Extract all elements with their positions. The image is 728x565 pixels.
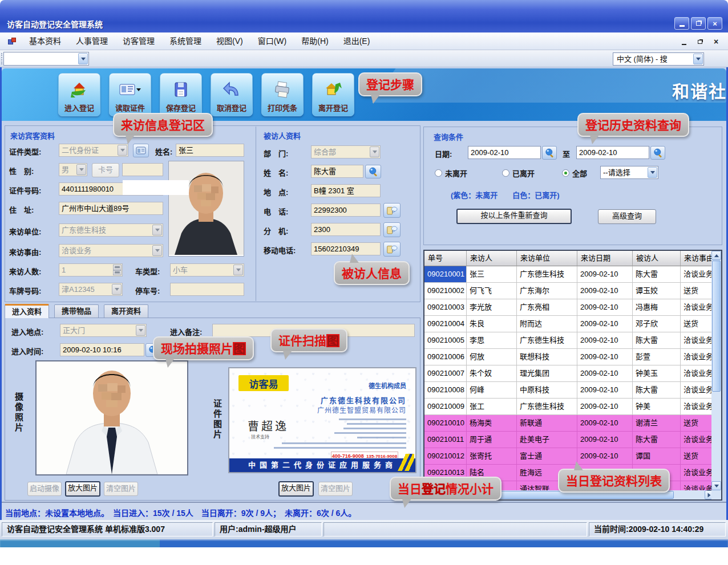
column-header[interactable]: 单号 bbox=[424, 251, 467, 266]
read-id-card-button[interactable]: 读取证件 bbox=[109, 73, 151, 116]
menu-item[interactable]: 窗口(W) bbox=[250, 32, 294, 50]
minimize-button[interactable] bbox=[674, 17, 689, 30]
chevron-down-icon[interactable] bbox=[648, 167, 657, 178]
column-header[interactable]: 被访人 bbox=[633, 251, 681, 266]
table-row[interactable]: 090210012张寄托富士通2009-02-10谭国送货 bbox=[424, 448, 714, 465]
zoom-photo-button[interactable]: 放大图片 bbox=[65, 481, 100, 497]
date-to-picker-button[interactable] bbox=[650, 146, 665, 160]
table-row[interactable]: 090210003李光放广东亮相2009-02-10冯惠梅洽谈业务 bbox=[424, 299, 714, 316]
chevron-down-icon[interactable] bbox=[152, 225, 162, 235]
table-row[interactable]: 090210004朱良附而达2009-02-10邓子欣送货 bbox=[424, 316, 714, 332]
column-header[interactable]: 来访单位 bbox=[517, 251, 577, 266]
chevron-down-icon[interactable] bbox=[233, 265, 243, 275]
card-no-input[interactable] bbox=[122, 163, 163, 176]
advanced-query-button[interactable]: 高级查询 bbox=[598, 209, 656, 224]
table-row[interactable]: 090210011周于通赴美电子2009-02-10陈大雷洽谈业务 bbox=[424, 432, 714, 448]
chevron-down-icon[interactable] bbox=[370, 147, 379, 157]
table-row[interactable]: 090210002何飞飞广东海尔2009-02-10谭玉姣送货 bbox=[424, 283, 714, 299]
close-button[interactable]: × bbox=[707, 17, 722, 30]
id-card-reader-button[interactable] bbox=[133, 144, 149, 157]
menu-item[interactable]: 访客管理 bbox=[115, 32, 162, 50]
table-row[interactable]: 090210009张工广东德生科技2009-02-10钟美洽谈业务 bbox=[424, 399, 714, 415]
unit-combo[interactable]: 广东德生科技 bbox=[59, 223, 163, 237]
mobile-input[interactable]: 15602210349 bbox=[311, 242, 381, 255]
phone-input[interactable]: 22992300 bbox=[311, 204, 381, 217]
radio-left[interactable]: 已离开 bbox=[502, 168, 535, 178]
visitor-name-input[interactable]: 张三 bbox=[176, 144, 244, 157]
date-to-input[interactable]: 2009-02-10 bbox=[576, 146, 649, 159]
search-person-button[interactable] bbox=[365, 165, 381, 178]
count-spinner[interactable]: 1 bbox=[59, 263, 123, 277]
language-bar[interactable]: 中文 (简体) - 搜 bbox=[613, 52, 704, 66]
clear-card-button[interactable]: 清空图片 bbox=[318, 482, 353, 496]
menu-item[interactable]: 系统管理 bbox=[162, 32, 209, 50]
restore-button[interactable] bbox=[691, 17, 706, 30]
call-ext-button[interactable] bbox=[383, 222, 401, 237]
chevron-down-icon[interactable] bbox=[693, 54, 703, 64]
dept-combo[interactable]: 综合部 bbox=[311, 145, 381, 158]
clear-photo-button[interactable]: 清空图片 bbox=[104, 482, 138, 496]
radio-all[interactable]: 全部 bbox=[562, 168, 587, 178]
toolbar-grip[interactable] bbox=[1, 53, 3, 64]
table-row[interactable]: 090210007朱个奴理光集团2009-02-10钟美玉洽谈业务 bbox=[424, 365, 714, 382]
chevron-down-icon[interactable] bbox=[118, 145, 127, 156]
visited-name-input[interactable]: 陈大雷 bbox=[311, 165, 363, 178]
scroll-up-icon[interactable] bbox=[711, 251, 721, 260]
table-row[interactable]: 090210008何峰中原科技2009-02-10陈大雷洽谈业务 bbox=[424, 382, 714, 399]
menu-item[interactable]: 人事管理 bbox=[68, 32, 115, 50]
chevron-down-icon[interactable] bbox=[136, 325, 145, 336]
column-header[interactable]: 来访人 bbox=[467, 251, 517, 266]
mdi-restore-button[interactable] bbox=[695, 36, 705, 47]
scroll-down-icon[interactable] bbox=[711, 481, 721, 490]
leave-register-button[interactable]: 离开登记 bbox=[312, 73, 354, 116]
requery-button[interactable]: 按以上条件重新查询 bbox=[456, 209, 572, 224]
table-row[interactable]: 090210006何放联想科技2009-02-10彭萱洽谈业务 bbox=[424, 349, 714, 365]
entry-time-input[interactable]: 2009-02-10 10:16 bbox=[60, 343, 144, 356]
chevron-down-icon[interactable] bbox=[76, 164, 86, 175]
chevron-down-icon[interactable] bbox=[152, 245, 162, 256]
column-header[interactable]: 来访日期 bbox=[577, 251, 633, 266]
mdi-close-button[interactable]: × bbox=[711, 36, 721, 47]
gender-combo[interactable]: 男 bbox=[59, 163, 87, 176]
enter-register-button[interactable]: 进入登记 bbox=[58, 73, 100, 116]
card-no-button[interactable]: 卡号 bbox=[92, 163, 119, 177]
chevron-down-icon[interactable] bbox=[112, 284, 122, 295]
date-from-input[interactable]: 2009-02-10 bbox=[468, 146, 541, 159]
plate-combo[interactable]: 津A12345 bbox=[59, 283, 123, 296]
entry-place-combo[interactable]: 正大门 bbox=[60, 324, 147, 337]
call-phone-button[interactable] bbox=[383, 203, 401, 218]
ext-input[interactable]: 2300 bbox=[311, 223, 381, 236]
location-input[interactable]: B幢 2301 室 bbox=[311, 184, 381, 197]
tab-carried-items[interactable]: 携带物品 bbox=[54, 304, 99, 318]
spinner-arrows-icon[interactable] bbox=[113, 265, 122, 275]
vehicle-combo[interactable]: 小车 bbox=[170, 263, 244, 277]
address-input[interactable]: 广州市中山大道89号 bbox=[59, 202, 163, 215]
chevron-down-icon[interactable] bbox=[78, 53, 88, 64]
zoom-card-button[interactable]: 放大图片 bbox=[278, 481, 314, 497]
parking-input[interactable] bbox=[170, 283, 244, 296]
cancel-register-button[interactable]: 取消登记 bbox=[211, 73, 253, 116]
vertical-scrollbar[interactable] bbox=[711, 251, 721, 490]
table-row[interactable]: 090210010杨海类新联通2009-02-10谢清兰送货 bbox=[424, 415, 714, 432]
tab-entry-info[interactable]: 进入资料 bbox=[5, 304, 49, 318]
menu-item[interactable]: 基本资料 bbox=[22, 32, 68, 50]
radio-not-left[interactable]: 未离开 bbox=[435, 168, 467, 178]
quick-select-combo[interactable] bbox=[3, 52, 89, 66]
call-mobile-button[interactable] bbox=[383, 242, 401, 257]
date-from-picker-button[interactable] bbox=[542, 146, 557, 160]
status-select-combo[interactable]: --请选择 bbox=[600, 166, 658, 179]
menu-item[interactable]: 退出(E) bbox=[336, 32, 378, 50]
menu-item[interactable]: 帮助(H) bbox=[294, 32, 335, 50]
reason-combo[interactable]: 洽谈业务 bbox=[59, 244, 163, 257]
tab-leave-info[interactable]: 离开资料 bbox=[104, 304, 148, 318]
table-row[interactable]: 090210001张三广东德生科技2009-02-10陈大雷洽谈业务 bbox=[424, 266, 714, 283]
mdi-minimize-button[interactable] bbox=[679, 36, 689, 47]
id-type-combo[interactable]: 二代身份证 bbox=[59, 144, 128, 157]
print-receipt-button[interactable]: 打印凭条 bbox=[261, 73, 304, 116]
start-camera-button[interactable]: 启动摄像 bbox=[27, 482, 62, 496]
column-header[interactable]: 来访事由 bbox=[681, 251, 714, 266]
save-register-button[interactable]: 保存登记 bbox=[160, 73, 202, 116]
table-row[interactable]: 090210005李思广东德生科技2009-02-10陈大雷洽谈业务 bbox=[424, 332, 714, 349]
menu-item[interactable]: 视图(V) bbox=[209, 32, 250, 50]
scrollbar-thumb[interactable] bbox=[712, 261, 721, 392]
